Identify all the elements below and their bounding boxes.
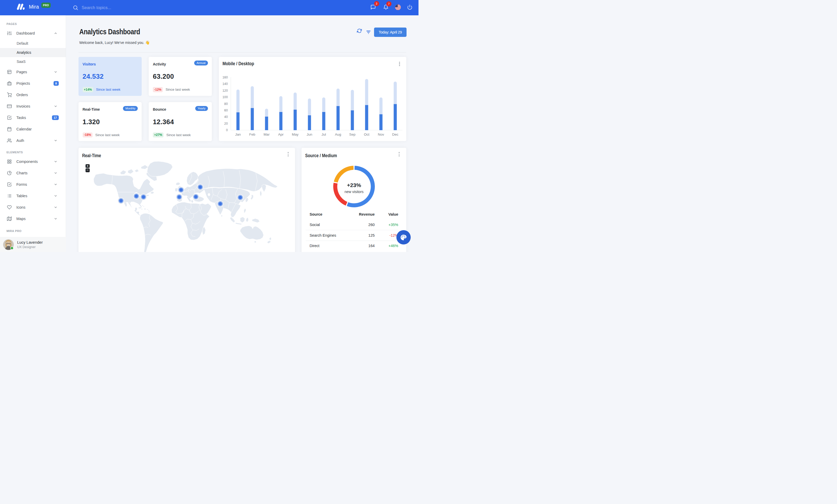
svg-text:Sep: Sep	[349, 132, 355, 136]
svg-text:Apr: Apr	[278, 132, 284, 136]
svg-text:60: 60	[224, 109, 228, 112]
svg-text:Jan: Jan	[235, 132, 241, 136]
svg-text:40: 40	[224, 115, 228, 119]
svg-text:100: 100	[222, 95, 228, 99]
svg-text:May: May	[292, 132, 298, 136]
svg-text:Nov: Nov	[378, 132, 384, 136]
svg-text:Mar: Mar	[263, 132, 270, 136]
svg-text:0: 0	[226, 128, 228, 132]
svg-text:Dec: Dec	[392, 132, 398, 136]
svg-text:120: 120	[222, 89, 228, 92]
svg-text:Aug: Aug	[335, 132, 341, 136]
svg-text:Jul: Jul	[321, 132, 326, 136]
svg-text:Oct: Oct	[364, 132, 369, 136]
svg-text:Feb: Feb	[249, 132, 255, 136]
svg-text:160: 160	[222, 75, 228, 79]
svg-text:Jun: Jun	[306, 132, 312, 136]
svg-text:80: 80	[224, 102, 228, 106]
svg-text:140: 140	[222, 82, 228, 86]
svg-text:20: 20	[224, 122, 228, 125]
